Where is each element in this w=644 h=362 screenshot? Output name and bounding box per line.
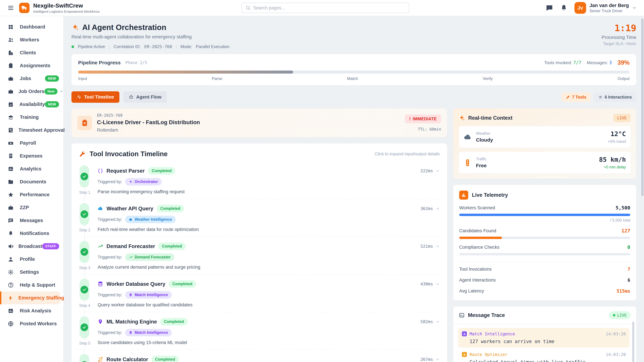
sidebar-item[interactable]: Timesheet Approval: [0, 124, 64, 137]
sidebar-item[interactable]: Workers: [0, 33, 64, 46]
check-icon: [80, 210, 88, 218]
sidebar-item[interactable]: Payroll: [0, 137, 64, 149]
chevron-down-icon[interactable]: [436, 244, 440, 248]
metric-bar: [459, 214, 630, 216]
sidebar-item[interactable]: Risk Analysis: [0, 304, 64, 317]
status-dot: [72, 45, 74, 48]
sidebar-item-label: Profile: [20, 256, 35, 262]
agent-flow-button[interactable]: Agent Flow: [124, 91, 167, 103]
notifications-icon: [8, 230, 15, 237]
stage-label: Match: [347, 76, 358, 81]
tool-description: Fetch real-time weather data for route o…: [98, 227, 440, 232]
wrench-icon: [566, 95, 570, 99]
notifications-bell-icon[interactable]: [560, 4, 568, 12]
cloud-icon: [464, 133, 472, 141]
trace-agent-name: Match Intelligence: [470, 332, 515, 336]
sidebar-item-label: Availability: [20, 102, 45, 107]
sidebar-item[interactable]: Dashboard: [0, 20, 64, 33]
chevron-down-icon[interactable]: [436, 282, 440, 286]
pipeline-progress-fill: [78, 70, 293, 73]
trace-timestamp: 14:03:26: [606, 332, 626, 336]
sidebar-item[interactable]: Notifications: [0, 227, 64, 240]
sidebar-item[interactable]: Documents: [0, 175, 64, 188]
chevron-down-icon[interactable]: [436, 207, 440, 211]
sidebar-item[interactable]: Assignments: [0, 59, 64, 72]
trend-icon: [98, 244, 103, 249]
sidebar-item[interactable]: Clients: [0, 46, 64, 59]
stat-value: 515ms: [617, 289, 630, 294]
sidebar-item-label: Job Orders: [18, 89, 44, 94]
chevron-down-icon[interactable]: [436, 169, 440, 173]
traffic-light-icon: [464, 159, 472, 167]
sidebar-item[interactable]: Analytics: [0, 162, 64, 175]
tool-name: ML Matching Engine: [106, 319, 157, 325]
sidebar-item[interactable]: Emergency Staffing: [0, 292, 60, 304]
sidebar-item[interactable]: Posted Workers: [0, 317, 64, 330]
trace-scrollbar-thumb[interactable]: [632, 322, 634, 362]
chevron-down-icon[interactable]: [436, 358, 440, 362]
timeline-step[interactable]: Step 1 Request Parser Completed 222ms: [79, 165, 440, 199]
timeline-step[interactable]: Step 2 Weather API Query Completed 362ms: [79, 203, 440, 237]
timeline-step[interactable]: Step 5 ML Matching Engine Completed 582m…: [79, 316, 440, 350]
trace-message[interactable]: Route Optimizer 14:03:20 Calculated trav…: [458, 349, 630, 362]
sidebar-item-label: ZZP: [20, 205, 29, 210]
step-status-pill: [80, 354, 89, 362]
stage-label: Output: [618, 76, 630, 81]
agent-badge: Match Intelligence: [125, 329, 172, 336]
metric-value: 5,500: [616, 205, 630, 211]
page-scrollbar-thumb[interactable]: [641, 18, 644, 196]
sidebar-item[interactable]: Performance: [0, 188, 64, 201]
timeline-step[interactable]: Step 3 Demand Forecaster Completed 521ms: [79, 241, 440, 275]
sidebar-item[interactable]: Settings: [0, 266, 64, 279]
app-tagline: Intelligent Logistics Empowered Workforc…: [33, 9, 100, 13]
telemetry-title: Live Telemetry: [472, 192, 508, 198]
timeline-hint: Click to expand input/output details: [375, 151, 440, 156]
telemetry-metric: Compliance Checks 0: [459, 244, 630, 255]
sidebar-item[interactable]: Job Orders New: [0, 85, 64, 98]
telemetry-stat-row: Avg Latency 515ms: [459, 286, 630, 297]
timeline-steps: Step 1 Request Parser Completed 222ms: [79, 165, 440, 362]
search-icon: [246, 5, 250, 10]
sidebar-item[interactable]: Messages: [0, 214, 64, 227]
pipeline-phase: Phase 2/5: [125, 60, 147, 65]
trace-message-list[interactable]: Match Intelligence 14:03:26 127 workers …: [453, 324, 636, 362]
search-input[interactable]: [253, 5, 405, 10]
metric-label: Workers Scanned: [459, 205, 495, 211]
tool-description: Parse incoming emergency staffing reques…: [98, 189, 440, 194]
emergency-location: Rotterdam: [97, 128, 200, 133]
sidebar-item-label: Emergency Staffing: [18, 295, 64, 301]
chevron-down-icon[interactable]: [436, 320, 440, 324]
traffic-label: Traffic: [476, 157, 486, 161]
sidebar-item[interactable]: Help & Support: [0, 279, 64, 292]
sidebar-item-label: Clients: [20, 50, 36, 55]
tool-timeline-button[interactable]: Tool Timeline: [72, 91, 120, 103]
trace-message[interactable]: Match Intelligence 14:03:26 127 workers …: [458, 328, 630, 348]
status-badge: Completed: [152, 356, 179, 362]
menu-icon[interactable]: [8, 4, 14, 11]
tool-duration: 267ms: [420, 357, 433, 362]
mode-label: Mode:: [180, 44, 192, 49]
risk-icon: [8, 308, 15, 314]
stat-value: 6: [628, 278, 630, 283]
metric-label: Compliance Checks: [459, 245, 500, 250]
triggered-by-label: Triggered by:: [98, 330, 122, 335]
sidebar-item[interactable]: Training: [0, 111, 64, 124]
sidebar-item[interactable]: ZZP: [0, 201, 64, 214]
user-menu[interactable]: Jv Jan van der Berg Senior Truck Driver: [574, 2, 636, 14]
sidebar-item[interactable]: Jobs NEW: [0, 72, 64, 85]
messages-icon[interactable]: [546, 4, 553, 12]
timeline-step[interactable]: Step 6 Route Calculator Completed 267ms: [79, 354, 440, 362]
step-label: Step 5: [79, 341, 90, 346]
metric-label: Candidates Found: [459, 228, 496, 233]
sidebar-item[interactable]: Expenses: [0, 149, 64, 162]
sidebar-item[interactable]: Availability NEW: [0, 98, 64, 111]
message-trace-card: Message Trace LIVE Match Intelligence 14…: [453, 307, 636, 362]
sidebar-item[interactable]: Broadcast STAFF: [0, 240, 64, 253]
timeline-step[interactable]: Step 4 Worker Database Query Completed 4…: [79, 279, 440, 312]
dashboard-icon: [8, 24, 15, 30]
sidebar-item[interactable]: Profile: [0, 253, 64, 266]
messages-count: Messages: 3: [587, 60, 612, 65]
expenses-icon: [8, 153, 15, 159]
sidebar-item-label: Broadcast: [18, 244, 42, 249]
telemetry-stat-row: Tool Invocations 7: [459, 264, 630, 275]
